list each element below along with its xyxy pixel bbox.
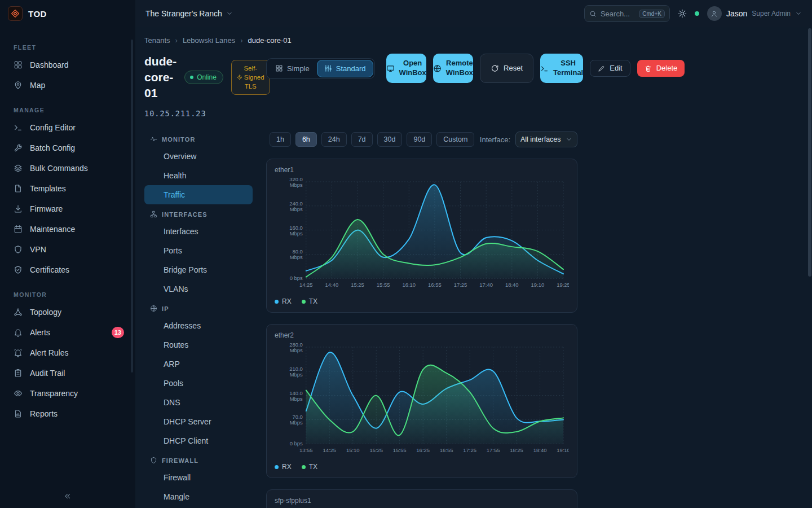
- sidebar-item-alerts[interactable]: Alerts13: [0, 322, 135, 343]
- user-menu[interactable]: Jason Super Admin: [707, 6, 802, 21]
- sidebar-item-vpn[interactable]: VPN: [0, 239, 135, 260]
- svg-text:14:25: 14:25: [323, 447, 336, 453]
- legend-tx: TX: [302, 463, 317, 471]
- subnav-item-traffic[interactable]: Traffic: [144, 185, 253, 204]
- topbar: TOD The Stranger's Ranch Search... Cmd+K…: [0, 0, 812, 27]
- subnav-item-routes[interactable]: Routes: [144, 335, 253, 354]
- time-range-6h[interactable]: 6h: [295, 132, 317, 147]
- chart-legend: RXTX: [275, 463, 569, 471]
- eye-icon: [14, 389, 23, 398]
- subnav-item-health[interactable]: Health: [144, 166, 253, 185]
- svg-text:16:55: 16:55: [440, 447, 453, 453]
- layers-icon: [14, 164, 23, 173]
- traffic-chart: 13:5514:2515:1015:2515:5516:2516:5517:25…: [275, 341, 569, 458]
- alerts-count-badge: 13: [112, 327, 124, 338]
- time-range-1h[interactable]: 1h: [270, 132, 291, 147]
- breadcrumb-tenants[interactable]: Tenants: [144, 36, 170, 45]
- tenant-selector[interactable]: The Stranger's Ranch: [145, 9, 233, 18]
- time-range-30d[interactable]: 30d: [377, 132, 403, 147]
- content-scrollbar[interactable]: [808, 28, 811, 277]
- theme-toggle-button[interactable]: [678, 9, 687, 18]
- subnav-item-vlans[interactable]: VLANs: [144, 279, 253, 299]
- sidebar-item-reports[interactable]: Reports: [0, 404, 135, 424]
- sidebar-item-label: Dashboard: [30, 60, 69, 69]
- subnav-item-dhcp-client[interactable]: DHCP Client: [144, 431, 253, 450]
- svg-text:19:10: 19:10: [531, 282, 545, 288]
- subnav-item-arp[interactable]: ARP: [144, 354, 253, 374]
- search-input[interactable]: Search... Cmd+K: [584, 5, 670, 22]
- chevron-down-icon: [226, 10, 233, 17]
- chart-filters: 1h 6h 24h 7d 30d 90d Custom Interface: A…: [266, 132, 577, 147]
- subnav-item-dhcp-server[interactable]: DHCP Server: [144, 412, 253, 431]
- reset-button[interactable]: Reset: [480, 54, 533, 83]
- ssh-terminal-button[interactable]: SSH Terminal: [540, 54, 583, 83]
- sidebar-item-label: Transparency: [30, 389, 78, 398]
- svg-text:15:25: 15:25: [369, 447, 383, 453]
- tls-line: Signed: [244, 73, 264, 82]
- device-name: dude-core-01: [144, 54, 176, 101]
- svg-text:15:10: 15:10: [346, 447, 360, 453]
- device-actions: Simple Standard Open WinBox Remote WinBo…: [266, 54, 577, 83]
- sidebar-item-dashboard[interactable]: Dashboard: [0, 55, 135, 75]
- svg-text:0 bps: 0 bps: [290, 440, 303, 446]
- sidebar-item-batch-config[interactable]: Batch Config: [0, 138, 135, 158]
- sliders-icon: [324, 64, 332, 72]
- interface-select[interactable]: All interfaces: [515, 132, 577, 147]
- remote-winbox-button[interactable]: Remote WinBox: [433, 54, 473, 83]
- traffic-chart-card-ether1: ether1 14:2514:4015:2515:5516:1016:5517:…: [266, 159, 577, 313]
- subnav-item-interfaces[interactable]: Interfaces: [144, 222, 253, 241]
- subnav-item-ports[interactable]: Ports: [144, 241, 253, 260]
- breadcrumb-tenant[interactable]: Lebowski Lanes: [183, 36, 235, 45]
- sidebar-item-alert-rules[interactable]: Alert Rules: [0, 343, 135, 363]
- subnav-item-firewall[interactable]: Firewall: [144, 468, 253, 487]
- online-dot-icon: [190, 76, 193, 79]
- edit-button[interactable]: Edit: [590, 60, 630, 77]
- svg-text:14:25: 14:25: [299, 282, 313, 288]
- subnav-item-overview[interactable]: Overview: [144, 147, 253, 166]
- sidebar-collapse-button[interactable]: [59, 489, 77, 503]
- svg-text:280.0Mbps: 280.0Mbps: [289, 341, 303, 353]
- sidebar-item-transparency[interactable]: Transparency: [0, 383, 135, 404]
- svg-text:160.0Mbps: 160.0Mbps: [289, 225, 303, 237]
- svg-text:18:25: 18:25: [510, 447, 523, 453]
- sidebar-item-map[interactable]: Map: [0, 75, 135, 95]
- time-range-24h[interactable]: 24h: [321, 132, 347, 147]
- subnav-item-pools[interactable]: Pools: [144, 374, 253, 393]
- subnav-item-addresses[interactable]: Addresses: [144, 316, 253, 335]
- user-role: Super Admin: [752, 10, 791, 17]
- time-range-7d[interactable]: 7d: [351, 132, 373, 147]
- sidebar-section-manage: MANAGE: [14, 107, 135, 113]
- subnav-section-firewall: FIREWALL: [144, 453, 253, 468]
- delete-button[interactable]: Delete: [637, 60, 685, 77]
- view-simple-button[interactable]: Simple: [268, 60, 316, 77]
- terminal-icon: [540, 64, 549, 73]
- subnav-item-bridge-ports[interactable]: Bridge Ports: [144, 260, 253, 279]
- view-standard-button[interactable]: Standard: [317, 60, 373, 77]
- open-winbox-button[interactable]: Open WinBox: [386, 54, 426, 83]
- sidebar-item-label: Firmware: [30, 204, 63, 213]
- sidebar-item-firmware[interactable]: Firmware: [0, 199, 135, 219]
- sidebar-item-label: Audit Trail: [30, 369, 65, 378]
- sidebar-item-templates[interactable]: Templates: [0, 178, 135, 199]
- subnav-item-dns[interactable]: DNS: [144, 393, 253, 412]
- connection-status-dot: [695, 11, 699, 16]
- sidebar-scrollbar[interactable]: [131, 40, 133, 373]
- sidebar-item-bulk-commands[interactable]: Bulk Commands: [0, 158, 135, 178]
- sidebar-item-topology[interactable]: Topology: [0, 302, 135, 322]
- status-badge: Online: [184, 71, 223, 84]
- view-mode-toggle: Simple Standard: [266, 58, 375, 79]
- sidebar-item-audit-trail[interactable]: Audit Trail: [0, 363, 135, 383]
- app-logo: TOD: [0, 0, 135, 27]
- time-range-custom[interactable]: Custom: [436, 132, 474, 147]
- time-range-selector: 1h 6h 24h 7d 30d 90d Custom: [270, 132, 474, 147]
- sidebar-item-maintenance[interactable]: Maintenance: [0, 219, 135, 239]
- legend-rx: RX: [275, 297, 292, 305]
- network-icon: [150, 211, 157, 218]
- breadcrumb-current: dude-core-01: [248, 36, 291, 45]
- time-range-90d[interactable]: 90d: [407, 132, 432, 147]
- sidebar-item-config-editor[interactable]: Config Editor: [0, 117, 135, 138]
- sidebar-item-certificates[interactable]: Certificates: [0, 260, 135, 280]
- svg-text:13:55: 13:55: [299, 447, 313, 453]
- subnav-item-mangle[interactable]: Mangle: [144, 487, 253, 506]
- clipboard-icon: [14, 369, 23, 378]
